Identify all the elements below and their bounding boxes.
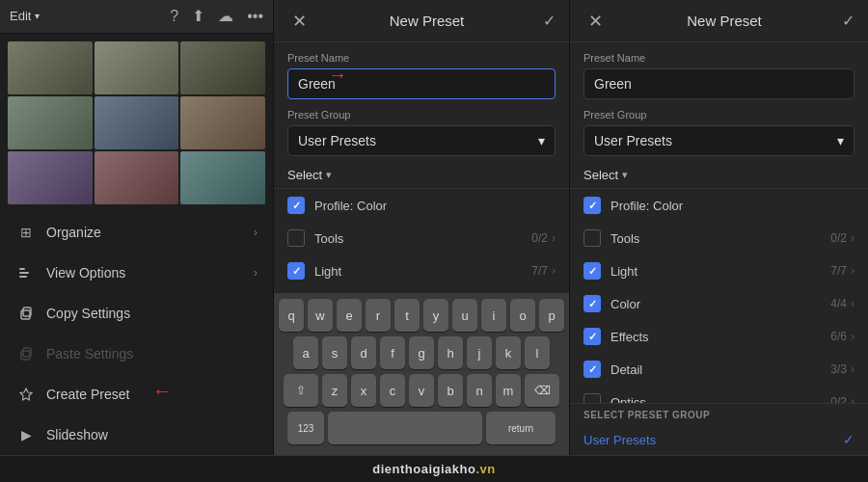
photo-cell-8[interactable] [95,151,179,204]
key-s[interactable]: s [322,336,347,369]
checkbox-profileColor: ✓ [287,197,305,214]
photo-cell-7[interactable] [8,151,93,204]
key-f[interactable]: f [380,336,405,369]
sidebar-item-create-preset[interactable]: Create Preset ← [0,374,273,415]
key-⇧[interactable]: ⇧ [284,374,318,407]
sidebar-item-organize[interactable]: ⊞ Organize › [0,212,273,253]
key- [interactable] [328,412,482,444]
right-panel-title: New Preset [687,13,762,29]
photo-cell-3[interactable] [180,41,265,94]
paste-settings-label: Paste Settings [46,346,133,362]
right-select-dropdown[interactable]: Select ▾ [570,162,868,188]
key-y[interactable]: y [423,299,448,332]
right-preset-group-value: User Presets [594,133,672,148]
checkbox-label-light: Light [314,264,531,279]
right-checkbox-effects[interactable]: ✓ Effects 6/6 › [570,320,868,353]
sidebar-item-slideshow[interactable]: ▶ Slideshow [0,415,273,455]
right-checkbox-optics[interactable]: Optics 0/2 › [570,386,868,403]
key-o[interactable]: o [510,299,535,332]
edit-label: Edit [10,9,31,23]
more-icon[interactable]: ••• [247,8,263,25]
middle-checkbox-profileColor[interactable]: ✓ Profile: Color [274,189,569,222]
preset-name-section: Preset Name ← [274,42,569,105]
preset-group-option[interactable]: User Presets ✓ [570,424,868,455]
key-123[interactable]: 123 [287,412,324,444]
key-return[interactable]: return [486,412,556,444]
key-z[interactable]: z [322,374,347,407]
key-⌫[interactable]: ⌫ [525,374,559,407]
right-checkbox-detail[interactable]: ✓ Detail 3/3 › [570,353,868,386]
key-g[interactable]: g [409,336,434,369]
svg-rect-2 [19,276,27,278]
preset-group-option-label: User Presets [583,433,656,447]
watermark-text: dienthoaigiakho.vn [372,462,495,476]
key-m[interactable]: m [496,374,521,407]
key-l[interactable]: l [525,336,550,369]
key-k[interactable]: k [496,336,521,369]
right-checkbox-label-color: Color [610,297,830,311]
checkbox-chevron-tools: › [552,231,556,245]
right-checkbox-light[interactable]: ✓ Light 7/7 › [570,254,868,287]
right-check-icon[interactable]: ✓ [842,12,854,30]
right-panel: ✕ New Preset ✓ Preset Name Green Preset … [570,0,868,455]
sidebar-item-view-options[interactable]: View Options › [0,253,273,293]
key-r[interactable]: r [366,299,391,332]
photo-cell-4[interactable] [8,96,93,149]
key-row-3: 123 return [278,412,565,444]
right-checkbox-tools[interactable]: Tools 0/2 › [570,222,868,254]
photo-cell-2[interactable] [95,41,179,94]
right-preset-name-value: Green [594,76,632,92]
key-v[interactable]: v [409,374,434,407]
right-close-icon[interactable]: ✕ [583,11,607,32]
right-checkbox-profileColor[interactable]: ✓ Profile: Color [570,189,868,222]
checkbox-count-light: 7/7 [531,264,548,278]
copy-settings-icon [15,303,37,324]
key-e[interactable]: e [337,299,362,332]
right-checkbox-box-tools [583,229,601,247]
edit-menu[interactable]: Edit ▾ [10,9,40,23]
key-d[interactable]: d [351,336,376,369]
photo-grid [0,34,273,212]
select-preset-group-label: SELECT PRESET GROUP [570,404,868,424]
right-preset-name-input[interactable]: Green [583,68,854,99]
key-a[interactable]: a [293,336,318,369]
middle-close-icon[interactable]: ✕ [287,11,311,32]
key-c[interactable]: c [380,374,405,407]
key-h[interactable]: h [438,336,463,369]
key-q[interactable]: q [279,299,304,332]
right-checkbox-count-color: 4/4 [830,297,847,310]
key-t[interactable]: t [394,299,420,332]
preset-group-check-icon: ✓ [843,432,854,447]
key-u[interactable]: u [452,299,477,332]
right-checkbox-color[interactable]: ✓ Color 4/4 › [570,287,868,320]
preset-group-label: Preset Group [287,109,556,120]
key-i[interactable]: i [481,299,506,332]
right-panel-header: ✕ New Preset ✓ [570,0,868,42]
create-preset-label: Create Preset [46,387,129,402]
sidebar-item-paste-settings: Paste Settings [0,334,273,374]
key-b[interactable]: b [438,374,463,407]
preset-group-dropdown[interactable]: User Presets ▾ [287,125,556,156]
middle-checkbox-light[interactable]: ✓ Light 7/7 › [274,254,569,287]
watermark: dienthoaigiakho.vn [0,455,868,482]
select-dropdown[interactable]: Select ▾ [274,162,569,188]
middle-check-icon[interactable]: ✓ [543,12,556,30]
cloud-icon[interactable]: ☁ [218,7,233,25]
key-x[interactable]: x [351,374,376,407]
right-preset-group-dropdown[interactable]: User Presets ▾ [583,125,854,156]
photo-cell-5[interactable] [95,96,179,149]
key-p[interactable]: p [539,299,564,332]
help-icon[interactable]: ? [170,8,178,25]
photo-cell-6[interactable] [180,96,265,149]
share-icon[interactable]: ⬆ [192,7,204,25]
keyboard: qwertyuiopasdfghjkl⇧zxcvbnm⌫123 return [274,293,569,455]
right-checkbox-chevron-optics: › [851,395,854,403]
key-n[interactable]: n [467,374,492,407]
middle-checkbox-tools[interactable]: Tools 0/2 › [274,222,569,254]
key-j[interactable]: j [467,336,492,369]
sidebar-item-copy-settings[interactable]: Copy Settings [0,293,273,334]
right-checkbox-list: ✓ Profile: Color Tools 0/2 › ✓ Light 7/7… [570,189,868,403]
key-w[interactable]: w [308,299,333,332]
photo-cell-1[interactable] [8,41,93,94]
photo-cell-9[interactable] [180,151,265,204]
